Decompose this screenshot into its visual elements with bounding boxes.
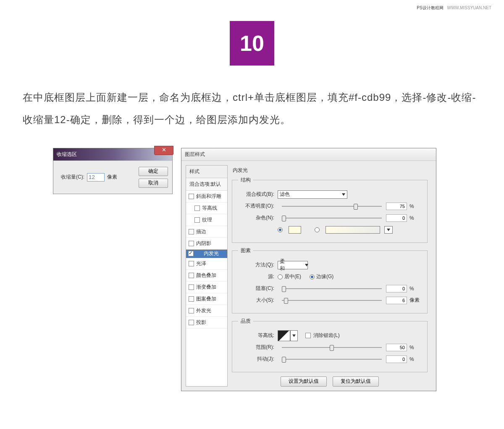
style-item-9[interactable]: 图案叠加 <box>186 293 227 305</box>
contour-label: 等高线: <box>238 332 274 339</box>
contour-picker[interactable] <box>278 330 290 341</box>
style-item-8[interactable]: 渐变叠加 <box>186 282 227 293</box>
style-item-6[interactable]: 光泽 <box>186 258 227 270</box>
close-icon[interactable]: ✕ <box>154 146 173 155</box>
chevron-down-icon <box>305 264 308 266</box>
style-checkbox[interactable] <box>189 261 194 266</box>
style-item-label: 内阴影 <box>196 240 211 247</box>
style-item-5[interactable]: 内发光 <box>186 250 227 258</box>
style-item-11[interactable]: 投影 <box>186 317 227 329</box>
gradient-picker[interactable] <box>326 226 380 234</box>
contour-dropdown[interactable] <box>290 330 298 341</box>
style-checkbox[interactable] <box>189 241 194 246</box>
opacity-slider[interactable] <box>282 206 382 207</box>
opacity-label: 不透明度(O): <box>238 203 274 210</box>
section-title: 内发光 <box>232 165 428 176</box>
style-item-0[interactable]: 斜面和浮雕 <box>186 191 227 203</box>
technique-value: 柔和 <box>280 258 285 272</box>
opacity-input[interactable] <box>386 203 407 210</box>
source-center-label: 居中(E) <box>284 273 301 280</box>
style-item-label: 内发光 <box>204 250 219 257</box>
gradient-dropdown[interactable] <box>384 226 393 234</box>
style-checkbox[interactable] <box>194 205 200 211</box>
style-item-2[interactable]: 纹理 <box>186 214 227 226</box>
contract-title: 收缩选区 <box>57 151 77 158</box>
jitter-slider[interactable] <box>282 359 382 360</box>
blend-mode-label: 混合模式(B): <box>238 191 274 198</box>
style-item-label: 等高线 <box>202 205 217 212</box>
structure-legend: 结构 <box>238 176 253 184</box>
source-center-radio[interactable] <box>278 274 283 279</box>
range-slider[interactable] <box>282 347 382 348</box>
noise-slider[interactable] <box>282 218 382 218</box>
quality-group: 品质 等高线: 消除锯齿(L) 范围(R): % <box>232 318 428 372</box>
noise-input[interactable] <box>386 214 407 222</box>
choke-input[interactable] <box>386 285 407 292</box>
style-item-10[interactable]: 外发光 <box>186 305 227 317</box>
source-edge-radio[interactable] <box>310 274 315 279</box>
step-badge: 10 <box>230 21 274 66</box>
style-item-label: 斜面和浮雕 <box>196 193 221 200</box>
style-checkbox[interactable] <box>189 194 194 199</box>
style-item-3[interactable]: 描边 <box>186 226 227 238</box>
style-checkbox[interactable] <box>189 296 194 302</box>
choke-slider[interactable] <box>282 288 382 289</box>
style-item-label: 描边 <box>196 228 206 235</box>
blend-mode-value: 滤色 <box>280 191 290 198</box>
style-checkbox[interactable] <box>189 308 194 313</box>
size-slider[interactable] <box>282 300 382 301</box>
reset-default-button[interactable]: 复位为默认值 <box>333 376 379 387</box>
style-checkbox[interactable] <box>189 320 194 325</box>
pixel-unit: 像素 <box>410 297 421 304</box>
contract-selection-dialog: 收缩选区 ✕ 收缩量(C): 像素 确定 取消 <box>53 148 173 194</box>
contract-titlebar[interactable]: 收缩选区 ✕ <box>53 148 172 161</box>
gradient-radio[interactable] <box>315 227 320 232</box>
structure-group: 结构 混合模式(B): 滤色 不透明度(O): % <box>232 176 428 243</box>
quality-legend: 品质 <box>238 318 253 325</box>
contract-amount-input[interactable] <box>87 173 105 182</box>
color-swatch[interactable] <box>289 226 301 234</box>
jitter-input[interactable] <box>386 355 407 363</box>
ok-button[interactable]: 确定 <box>139 167 168 176</box>
style-checkbox[interactable] <box>189 284 194 290</box>
technique-select[interactable]: 柔和 <box>278 261 308 269</box>
noise-label: 杂色(N): <box>238 214 274 221</box>
elements-legend: 图素 <box>238 247 253 254</box>
chevron-down-icon <box>387 229 390 231</box>
style-checkbox[interactable] <box>189 273 194 278</box>
style-checkbox[interactable] <box>188 251 194 256</box>
style-item-label: 纹理 <box>202 216 212 224</box>
style-checkbox[interactable] <box>189 229 194 234</box>
set-default-button[interactable]: 设置为默认值 <box>281 376 327 387</box>
size-input[interactable] <box>386 297 407 304</box>
percent-unit: % <box>410 286 421 292</box>
percent-unit: % <box>410 356 421 362</box>
blend-options-item[interactable]: 混合选项:默认 <box>186 178 227 191</box>
chevron-down-icon <box>292 334 296 337</box>
jitter-label: 抖动(J): <box>238 355 274 363</box>
contract-amount-label: 收缩量(C): <box>61 174 84 181</box>
technique-label: 方法(Q): <box>238 261 274 268</box>
style-item-label: 渐变叠加 <box>196 284 216 291</box>
cancel-button[interactable]: 取消 <box>139 179 168 188</box>
style-item-1[interactable]: 等高线 <box>186 203 227 214</box>
antialias-checkbox[interactable] <box>305 333 311 338</box>
style-item-4[interactable]: 内阴影 <box>186 238 227 250</box>
layer-style-dialog: 图层样式 样式 混合选项:默认 斜面和浮雕等高线纹理描边内阴影内发光光泽颜色叠加… <box>181 148 436 391</box>
step-number: 10 <box>240 31 264 56</box>
style-checkbox[interactable] <box>194 217 200 223</box>
style-list-header[interactable]: 样式 <box>186 166 227 178</box>
layerstyle-titlebar[interactable]: 图层样式 <box>181 148 436 161</box>
contract-unit: 像素 <box>107 174 117 181</box>
source-edge-label: 边缘(G) <box>316 273 333 280</box>
watermark-site: PS设计教程网 <box>417 5 443 10</box>
chevron-down-icon <box>342 193 345 196</box>
color-radio[interactable] <box>278 227 283 232</box>
range-input[interactable] <box>386 344 407 351</box>
style-item-label: 图案叠加 <box>196 295 216 303</box>
layerstyle-title: 图层样式 <box>185 151 205 158</box>
instruction-text: 在中底框图层上面新建一层，命名为底框边，ctrl+单击底框图层，填充#f-cdb… <box>23 87 481 131</box>
style-item-7[interactable]: 颜色叠加 <box>186 270 227 282</box>
percent-unit: % <box>410 203 421 209</box>
blend-mode-select[interactable]: 滤色 <box>278 190 347 199</box>
